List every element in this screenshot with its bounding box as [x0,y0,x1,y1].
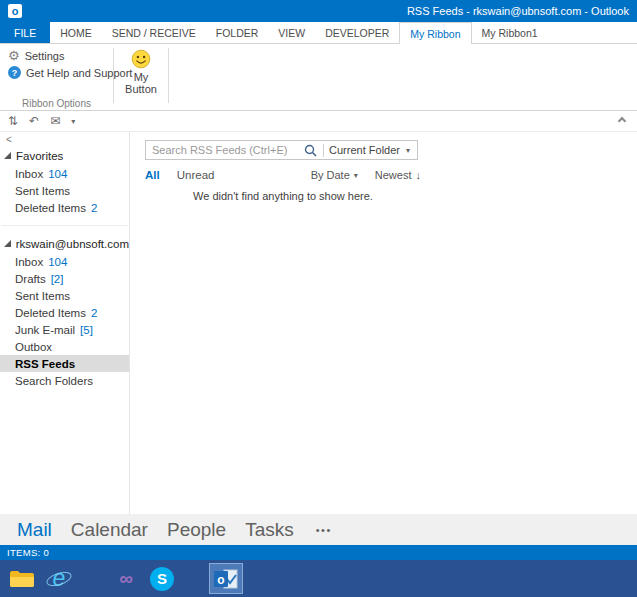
search-icon[interactable] [304,144,317,157]
navigation-bar: Mail Calendar People Tasks ••• [0,514,637,545]
filter-all[interactable]: All [145,169,160,181]
folder-label: Sent Items [15,185,70,197]
qat-customize-icon[interactable]: ▾ [71,117,75,126]
nav-calendar[interactable]: Calendar [71,519,148,541]
account-header[interactable]: rkswain@ubnsoft.com [0,234,129,253]
folder-drafts[interactable]: Drafts [2] [0,270,129,287]
folder-label: Inbox [15,256,43,268]
unread-count: 2 [91,202,97,214]
folder-inbox-favorites[interactable]: Inbox 104 [0,165,129,182]
tab-file[interactable]: FILE [0,22,50,43]
tab-my-ribbon1[interactable]: My Ribbon1 [472,22,548,43]
unread-count: 104 [48,168,67,180]
filter-row: All Unread By Date ▾ Newest ↓ [145,169,421,181]
folder-label: Sent Items [15,290,70,302]
ribbon: ⚙ Settings ? Get Help and Support Ribbon… [0,44,637,111]
search-scope-dropdown[interactable]: Current Folder ▾ [329,144,413,156]
file-explorer-taskbar-button[interactable] [5,563,39,594]
gear-icon: ⚙ [8,49,20,62]
window-title: RSS Feeds - rkswain@ubnsoft.com - Outloo… [407,5,629,17]
tab-folder[interactable]: FOLDER [206,22,269,43]
smiley-icon [128,49,154,69]
folder-junk-email[interactable]: Junk E-mail [5] [0,321,129,338]
item-count: [2] [51,273,64,285]
content-area: < Favorites Inbox 104 Sent Items Deleted… [0,132,637,514]
folder-label: Deleted Items [15,307,86,319]
folder-label: Search Folders [15,375,93,387]
outlook-icon: o [213,568,239,590]
tab-my-ribbon[interactable]: My Ribbon [399,22,471,44]
message-list-pane: Current Folder ▾ All Unread By Date ▾ Ne… [130,132,637,514]
nav-people[interactable]: People [167,519,226,541]
folder-label: Junk E-mail [15,324,75,336]
sort-order-toggle[interactable]: Newest ↓ [375,169,421,181]
mail-icon[interactable]: ✉ [50,115,60,127]
outlook-window: o RSS Feeds - rkswain@ubnsoft.com - Outl… [0,0,637,597]
folder-label: RSS Feeds [15,358,75,370]
folder-label: Outbox [15,341,52,353]
folder-outbox[interactable]: Outbox [0,338,129,355]
unread-count: 2 [91,307,97,319]
outlook-taskbar-button[interactable]: o [209,563,243,594]
tab-view[interactable]: VIEW [268,22,315,43]
undo-icon[interactable]: ↶ [29,115,39,127]
account-label: rkswain@ubnsoft.com [16,238,129,250]
status-bar: ITEMS: 0 [0,545,637,560]
help-button[interactable]: ? Get Help and Support [6,64,109,81]
folder-pane: < Favorites Inbox 104 Sent Items Deleted… [0,132,130,514]
search-divider [323,144,324,157]
quick-access-toolbar: ⇅ ↶ ✉ ▾ [0,111,637,132]
my-button-label: My Button [121,71,161,95]
folder-label: Deleted Items [15,202,86,214]
ribbon-tab-bar: FILE HOME SEND / RECEIVE FOLDER VIEW DEV… [0,22,637,44]
ribbon-group-separator [168,48,169,103]
favorites-label: Favorites [16,150,63,162]
nav-tasks[interactable]: Tasks [245,519,294,541]
ribbon-group-label: Ribbon Options [0,98,113,109]
taskbar: e ∞ S o [0,560,637,597]
favorites-header[interactable]: Favorites [0,146,129,165]
search-input[interactable] [152,144,304,156]
folder-search-folders[interactable]: Search Folders [0,372,129,389]
skype-taskbar-button[interactable]: S [145,563,179,594]
sort-by-date-dropdown[interactable]: By Date ▾ [311,169,358,181]
minimize-folder-pane-icon[interactable]: < [0,133,129,146]
nav-mail[interactable]: Mail [17,519,52,541]
scope-label: Current Folder [329,144,400,156]
svg-text:o: o [217,572,224,586]
send-receive-icon[interactable]: ⇅ [8,115,18,127]
folder-sent-items-favorites[interactable]: Sent Items [0,182,129,199]
chevron-down-icon: ▾ [354,171,358,180]
sort-controls: By Date ▾ Newest ↓ [311,169,421,181]
visual-studio-icon: ∞ [119,569,133,588]
section-expanded-icon [4,240,11,247]
unread-count: 104 [48,256,67,268]
folder-label: Inbox [15,168,43,180]
folder-inbox[interactable]: Inbox 104 [0,253,129,270]
empty-folder-message: We didn't find anything to show here. [145,190,421,202]
my-button[interactable]: My Button [118,47,164,97]
collapse-ribbon-icon[interactable] [618,117,626,125]
sort-order-label: Newest [375,169,412,181]
internet-explorer-taskbar-button[interactable]: e [42,563,76,594]
folder-deleted-items-favorites[interactable]: Deleted Items 2 [0,199,129,216]
nav-more-ellipsis[interactable]: ••• [316,524,332,536]
outlook-app-icon[interactable]: o [8,4,22,18]
title-bar: o RSS Feeds - rkswain@ubnsoft.com - Outl… [0,0,637,22]
folder-deleted-items[interactable]: Deleted Items 2 [0,304,129,321]
folder-rss-feeds[interactable]: RSS Feeds [0,355,129,372]
ie-glyph: e [53,567,66,590]
settings-button[interactable]: ⚙ Settings [6,47,109,64]
tab-send-receive[interactable]: SEND / RECEIVE [102,22,206,43]
tab-home[interactable]: HOME [50,22,102,43]
section-expanded-icon [4,152,11,159]
tab-developer[interactable]: DEVELOPER [315,22,399,43]
file-explorer-icon [9,569,35,589]
folder-pane-divider [1,225,128,226]
visual-studio-taskbar-button[interactable]: ∞ [109,563,143,594]
search-bar: Current Folder ▾ [145,140,418,160]
filter-unread[interactable]: Unread [177,169,215,181]
folder-sent-items[interactable]: Sent Items [0,287,129,304]
items-count: ITEMS: 0 [7,547,49,558]
ribbon-group-my-button: My Button [114,44,168,110]
